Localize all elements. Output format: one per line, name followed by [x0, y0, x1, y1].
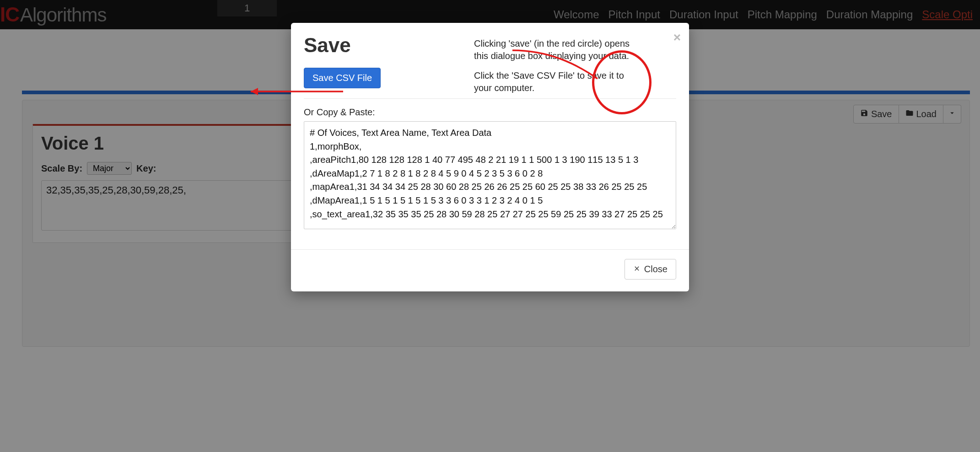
modal-header: Save × Clicking 'save' (in the red circl…	[291, 23, 689, 65]
help-line-1: Clicking 'save' (in the red circle) open…	[474, 38, 639, 62]
modal-footer: Close	[291, 249, 689, 291]
close-x-icon	[633, 264, 641, 274]
save-modal: Save × Clicking 'save' (in the red circl…	[291, 23, 689, 291]
help-line-2: Click the 'Save CSV File' to save it to …	[474, 70, 639, 94]
modal-close-x[interactable]: ×	[673, 30, 681, 45]
save-csv-file-button[interactable]: Save CSV File	[304, 68, 381, 88]
modal-help-text: Clicking 'save' (in the red circle) open…	[474, 38, 639, 102]
close-icon: ×	[673, 30, 681, 44]
close-button-label: Close	[644, 264, 668, 274]
modal-close-button[interactable]: Close	[625, 259, 676, 280]
csv-data-textarea[interactable]	[304, 121, 676, 229]
copy-paste-label: Or Copy & Paste:	[304, 107, 676, 118]
